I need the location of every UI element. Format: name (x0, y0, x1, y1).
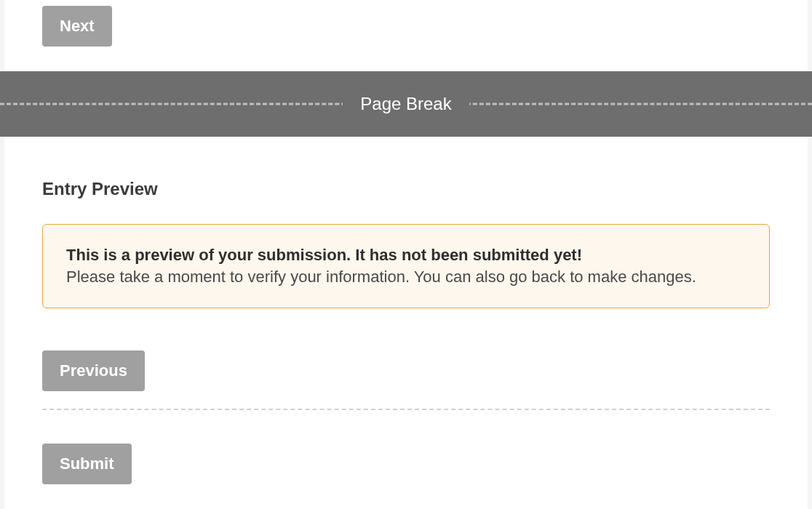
entry-preview-heading: Entry Preview (42, 179, 770, 199)
preview-alert-text: Please take a moment to verify your info… (66, 266, 746, 288)
submit-button[interactable]: Submit (42, 444, 132, 484)
page-break-divider: Page Break (0, 71, 812, 137)
preview-alert-strong: This is a preview of your submission. It… (66, 245, 746, 266)
section-divider (42, 409, 770, 410)
next-button[interactable]: Next (42, 6, 112, 47)
page-break-label: Page Break (343, 94, 469, 114)
form-page-preview: Entry Preview This is a preview of your … (4, 137, 808, 509)
preview-alert: This is a preview of your submission. It… (42, 224, 770, 308)
previous-button[interactable]: Previous (42, 350, 145, 391)
form-page-top: Next (4, 0, 808, 71)
